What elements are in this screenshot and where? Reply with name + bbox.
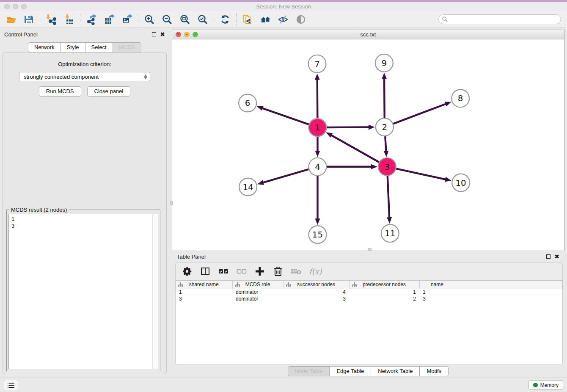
- edge-arrowhead: [445, 177, 451, 182]
- zoom-fit-icon[interactable]: [179, 14, 191, 25]
- delete-row-icon[interactable]: [272, 266, 284, 277]
- first-neighbors-icon[interactable]: [259, 14, 271, 25]
- column-header-shared-name[interactable]: shared name: [176, 281, 232, 289]
- function-builder-icon[interactable]: f(x): [309, 267, 322, 276]
- show-panel-icon[interactable]: [295, 14, 307, 25]
- export-table-icon[interactable]: [103, 14, 115, 25]
- settings-icon[interactable]: [182, 266, 193, 277]
- table-header-row: shared name MCDS role successor nodes pr…: [176, 281, 562, 289]
- result-scrollbar[interactable]: [152, 214, 158, 369]
- edge-4-14[interactable]: [262, 169, 309, 183]
- run-mcds-button[interactable]: Run MCDS: [39, 86, 81, 97]
- graph-node-label: 8: [458, 94, 463, 103]
- delete-table-icon[interactable]: [291, 266, 302, 277]
- graph-node-label: 3: [384, 162, 390, 172]
- network-window-titlebar[interactable]: × − + scc.txt: [172, 30, 564, 39]
- zoom-in-icon[interactable]: [143, 14, 155, 25]
- tab-mcds[interactable]: MCDS: [113, 42, 141, 52]
- splitter-handle[interactable]: [170, 201, 173, 205]
- graph-node-label: 4: [315, 162, 320, 172]
- table-tabs: Node Table Edge Table Network Table Moti…: [172, 365, 564, 378]
- export-image-icon[interactable]: [121, 14, 133, 25]
- zoom-out-icon[interactable]: [161, 14, 173, 25]
- open-session-icon[interactable]: [5, 14, 17, 25]
- table-row[interactable]: 1 dominator 4 1 1: [176, 289, 562, 295]
- import-table-icon[interactable]: [63, 14, 75, 25]
- app-window: Session: New Session: [0, 0, 567, 392]
- control-panel-tabs: Network Style Select MCDS: [0, 42, 169, 52]
- columns-icon[interactable]: [200, 266, 211, 277]
- edge-1-2[interactable]: [327, 127, 370, 127]
- zoom-selected-icon[interactable]: [197, 14, 209, 25]
- column-header-successor-nodes[interactable]: successor nodes: [283, 281, 349, 289]
- unselect-all-icon[interactable]: [236, 266, 247, 277]
- edge-arrowhead: [369, 124, 375, 130]
- edge-arrowhead: [315, 218, 320, 225]
- edge-2-8[interactable]: [393, 104, 446, 124]
- refresh-icon[interactable]: [219, 14, 231, 25]
- node-table-container: f(x) shared name MCDS role successor nod…: [175, 262, 563, 365]
- duplicate-network-icon[interactable]: [242, 14, 253, 25]
- tab-style[interactable]: Style: [61, 42, 85, 52]
- memory-status-icon: [533, 383, 538, 387]
- column-header-predecessor-nodes[interactable]: predecessor nodes: [349, 281, 419, 289]
- mcds-result-box[interactable]: 1 3: [8, 214, 158, 369]
- tab-select[interactable]: Select: [85, 42, 113, 52]
- splitter-handle[interactable]: [368, 248, 372, 251]
- column-header-mcds-role[interactable]: MCDS role: [232, 281, 283, 289]
- edge-1-6[interactable]: [261, 108, 309, 124]
- list-icon: [8, 382, 14, 388]
- network-canvas[interactable]: 7968124314101511: [172, 39, 564, 250]
- network-window-title: scc.txt: [172, 31, 564, 38]
- export-network-icon[interactable]: [85, 14, 97, 25]
- import-network-icon[interactable]: [45, 14, 57, 25]
- close-panel-button[interactable]: Close panel: [87, 86, 131, 97]
- close-panel-icon[interactable]: ✖: [554, 254, 559, 259]
- add-row-icon[interactable]: [254, 266, 265, 277]
- search-input[interactable]: [450, 17, 557, 22]
- select-all-icon[interactable]: [218, 266, 229, 277]
- tab-node-table[interactable]: Node Table: [288, 366, 330, 376]
- save-session-icon[interactable]: [23, 14, 35, 25]
- network-graph[interactable]: 7968124314101511: [172, 39, 564, 250]
- edge-arrowhead: [445, 102, 451, 106]
- table-row[interactable]: 3 dominator 3 2 3: [176, 295, 562, 302]
- tab-motifs[interactable]: Motifs: [420, 366, 449, 376]
- edge-arrowhead: [387, 217, 392, 224]
- graph-node-label: 11: [385, 229, 395, 238]
- task-history-button[interactable]: [4, 380, 18, 390]
- edge-arrowhead: [257, 180, 264, 185]
- mcds-result-group: MCDS result (2 nodes) 1 3: [6, 210, 160, 371]
- edge-3-10[interactable]: [396, 168, 446, 179]
- search-field[interactable]: [438, 14, 561, 24]
- edge-2-9[interactable]: [384, 78, 385, 118]
- edge-3-1[interactable]: [330, 135, 379, 162]
- float-panel-icon[interactable]: [152, 32, 156, 36]
- edge-arrowhead: [326, 132, 333, 138]
- graph-node-label: 2: [382, 122, 388, 132]
- hide-panel-icon[interactable]: [277, 14, 289, 25]
- node-table: shared name MCDS role successor nodes pr…: [176, 280, 562, 364]
- graph-node-label: 1: [315, 123, 320, 133]
- optimization-criterion-label: Optimization criterion:: [3, 61, 166, 67]
- tab-network[interactable]: Network: [28, 42, 61, 52]
- table-panel-title: Table Panel: [177, 254, 206, 260]
- edge-2-3[interactable]: [385, 136, 386, 152]
- titlebar: Session: New Session: [0, 0, 567, 11]
- tab-edge-table[interactable]: Edge Table: [330, 366, 371, 376]
- tab-network-table[interactable]: Network Table: [371, 366, 420, 376]
- column-header-name[interactable]: name: [419, 281, 455, 289]
- search-icon: [442, 17, 448, 22]
- memory-button[interactable]: Memory: [528, 380, 563, 390]
- edge-arrowhead: [371, 164, 377, 169]
- edge-3-11[interactable]: [388, 176, 389, 219]
- network-view-window: × − + scc.txt 7968124314101511: [172, 30, 564, 250]
- graph-node-label: 15: [312, 230, 323, 240]
- mcds-tab-content: Optimization criterion: strongly connect…: [3, 52, 167, 374]
- criterion-select-value: strongly connected component: [24, 74, 99, 80]
- window-title: Session: New Session: [0, 3, 567, 10]
- close-panel-icon[interactable]: ✖: [160, 31, 165, 37]
- edge-1-7[interactable]: [317, 79, 318, 119]
- criterion-select[interactable]: strongly connected component: [19, 72, 150, 81]
- float-panel-icon[interactable]: [546, 254, 550, 259]
